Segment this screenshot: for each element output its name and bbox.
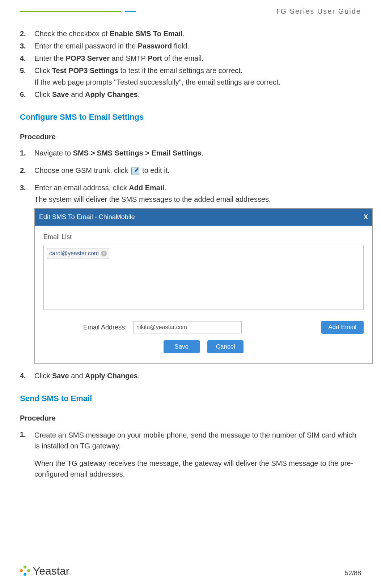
step-2: 2. Check the checkbox of Enable SMS To E… — [20, 28, 361, 39]
email-address-label: Email Address: — [43, 323, 127, 332]
add-email-button[interactable]: Add Email — [321, 321, 364, 334]
cfg-step-2: 2. Choose one GSM trunk, click to edit i… — [20, 165, 361, 176]
step-text: Click Save and Apply Changes. — [34, 89, 361, 100]
step-3: 3. Enter the email password in the Passw… — [20, 41, 361, 51]
step-text: Click Test POP3 Settings to test if the … — [34, 65, 361, 88]
step-num: 2. — [20, 165, 34, 176]
cfg-step-3-sub: The system will deliver the SMS messages… — [34, 194, 373, 205]
step-num: 1. — [20, 148, 34, 158]
edit-sms-dialog: Edit SMS To Email - ChinaMobile X Email … — [34, 208, 373, 364]
email-tag-text: carol@yeastar.com — [49, 249, 99, 258]
procedure-label-2: Procedure — [20, 414, 361, 422]
step-num: 6. — [20, 89, 34, 100]
dialog-titlebar: Edit SMS To Email - ChinaMobile X — [35, 209, 372, 226]
step-text: Enter the email password in the Password… — [34, 41, 361, 51]
section-send-heading: Send SMS to Email — [20, 394, 361, 403]
procedure-label: Procedure — [20, 133, 361, 141]
step-num: 4. — [20, 53, 34, 64]
send-step-1: 1. Create an SMS message on your mobile … — [20, 429, 361, 480]
dialog-body: Email List carol@yeastar.com × Email Add… — [35, 226, 372, 363]
email-list-box[interactable]: carol@yeastar.com × — [43, 245, 364, 310]
dialog-title: Edit SMS To Email - ChinaMobile — [39, 212, 135, 222]
remove-email-icon[interactable]: × — [101, 251, 107, 256]
header-bar-blue — [125, 11, 136, 12]
step-num: 3. — [20, 182, 34, 364]
brand-name: Yeastar — [33, 565, 69, 577]
email-address-input[interactable] — [133, 321, 242, 333]
send-step-1-p1: Create an SMS message on your mobile pho… — [34, 430, 361, 451]
step-5: 5. Click Test POP3 Settings to test if t… — [20, 65, 361, 88]
edit-icon — [131, 167, 139, 175]
cfg-step-4: 4. Click Save and Apply Changes. — [20, 370, 361, 381]
step-text: Choose one GSM trunk, click to edit it. — [34, 165, 361, 176]
email-list-label: Email List — [43, 232, 364, 242]
header-bar-green — [20, 11, 121, 12]
email-tag: carol@yeastar.com × — [47, 248, 109, 259]
step-num: 5. — [20, 65, 34, 88]
step-num: 3. — [20, 41, 34, 51]
cancel-button[interactable]: Cancel — [207, 340, 244, 353]
configure-steps: 1. Navigate to SMS > SMS Settings > Emai… — [20, 148, 361, 381]
send-step-1-p2: When the TG gateway receives the message… — [34, 458, 361, 480]
step-text: Click Save and Apply Changes. — [34, 370, 361, 381]
doc-title: TG Series User Guide — [136, 7, 361, 16]
step-text: Navigate to SMS > SMS Settings > Email S… — [34, 148, 361, 158]
page-number: 52/88 — [345, 570, 361, 577]
step-text: Check the checkbox of Enable SMS To Emai… — [34, 28, 361, 39]
step-text: Enter an email address, click Add Email.… — [34, 182, 373, 364]
section-configure-heading: Configure SMS to Email Settings — [20, 112, 361, 122]
step-num: 1. — [20, 429, 34, 480]
step-text: Enter the POP3 Server and SMTP Port of t… — [34, 53, 361, 64]
step-num: 4. — [20, 370, 34, 381]
send-steps: 1. Create an SMS message on your mobile … — [20, 429, 361, 480]
brand-logo: Yeastar — [20, 565, 69, 577]
save-button[interactable]: Save — [164, 340, 200, 353]
cfg-step-3: 3. Enter an email address, click Add Ema… — [20, 182, 361, 364]
email-address-row: Email Address: Add Email — [43, 321, 364, 334]
step-4: 4. Enter the POP3 Server and SMTP Port o… — [20, 53, 361, 64]
step-6: 6. Click Save and Apply Changes. — [20, 89, 361, 100]
page-header: TG Series User Guide — [20, 7, 361, 16]
dialog-footer: Save Cancel — [43, 334, 364, 357]
cfg-step-1: 1. Navigate to SMS > SMS Settings > Emai… — [20, 148, 361, 158]
pop3-steps: 2. Check the checkbox of Enable SMS To E… — [20, 28, 361, 100]
page-footer: Yeastar 52/88 — [20, 565, 361, 577]
step-num: 2. — [20, 28, 34, 39]
step-5-sub: If the web page prompts "Tested successf… — [34, 77, 361, 88]
logo-icon — [20, 566, 31, 576]
dialog-close-button[interactable]: X — [364, 212, 368, 222]
step-text: Create an SMS message on your mobile pho… — [34, 429, 361, 480]
